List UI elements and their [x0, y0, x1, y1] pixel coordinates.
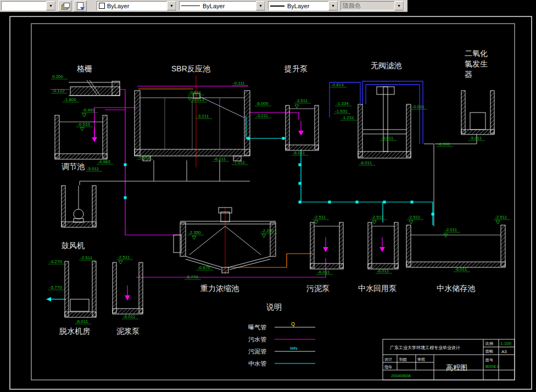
elevation-text: -0.533 — [77, 122, 90, 127]
lineweight-value: ByLayer — [287, 3, 327, 9]
lineweight-sample-icon — [270, 5, 284, 7]
titleblock-scale-value: 1:100 — [500, 341, 512, 346]
elevation-text: -6.000 — [438, 142, 450, 147]
pipe-fitting-icon — [328, 201, 331, 204]
legend: 说明 曝气管 Q 污水管 污泥管 WN 中水管 — [248, 303, 315, 367]
elevation-text: -2.511 — [80, 255, 93, 260]
chevron-down-icon: ▼ — [394, 1, 404, 10]
linetype-sample-icon — [181, 5, 200, 6]
elevation-text: -6.000 — [256, 101, 269, 106]
water-level-icon — [372, 221, 376, 224]
label-generator-1: 二氧化 — [465, 49, 488, 58]
label-storage: 中水储存池 — [437, 284, 476, 293]
chevron-down-icon[interactable]: ▼ — [46, 1, 55, 10]
elevation-text: -7.011 — [233, 160, 245, 165]
chevron-down-icon[interactable]: ▼ — [328, 1, 338, 10]
elevation-text: -2.350 — [188, 230, 201, 235]
titleblock-cell: 制图 — [399, 357, 407, 362]
sludge-pump-tank — [310, 222, 343, 269]
titleblock-project: 广东工业大学环境工程专业毕业设计 — [390, 345, 460, 350]
label-dewatering: 脱水机房 — [59, 327, 90, 335]
properties-toolbar: ▼ ByLayer ▼ ByLayer ▼ ByLayer ▼ 随颜色 ▼ — [0, 0, 407, 12]
label-grid: 格栅 — [77, 64, 92, 73]
elevation-text: -1.334 — [336, 101, 349, 106]
chevron-down-icon[interactable]: ▼ — [256, 1, 265, 10]
pipe-fitting-icon — [432, 213, 434, 216]
legend-item-label: 中水管 — [248, 360, 266, 367]
elevation-text: -2.511 — [118, 255, 130, 260]
legend-tag: WN — [290, 346, 298, 351]
plotstyle-dropdown: 随颜色 ▼ — [340, 1, 404, 10]
titleblock-cell: 指导 — [384, 365, 392, 369]
pipe-fitting-icon — [282, 137, 285, 140]
elevation-text: -2.011 — [445, 227, 457, 232]
layer-manager-button[interactable] — [58, 1, 71, 12]
label-reuse-pump: 中水回用泵 — [358, 284, 397, 293]
legend-item-label: 污泥管 — [248, 348, 266, 355]
elevation-text: -0.611 — [189, 90, 202, 95]
elevation-text: -1.800 — [64, 97, 76, 102]
elevation-text: -5.011 — [87, 166, 99, 171]
label-generator-2: 氯发生 — [465, 59, 488, 68]
elevation-text: -0.013 — [192, 97, 204, 102]
blower-structure — [62, 186, 96, 227]
water-level-icon — [314, 221, 318, 224]
color-swatch — [99, 3, 105, 9]
chevron-down-icon[interactable]: ▼ — [167, 1, 176, 10]
flow-arrow-icon — [46, 297, 51, 301]
layers-icon — [62, 3, 69, 9]
dewatering-room — [65, 261, 96, 317]
lineweight-dropdown[interactable]: ByLayer ▼ — [268, 1, 338, 10]
elevation-text: -5.770 — [49, 285, 62, 290]
elevation-text: -2.511 — [314, 215, 326, 220]
plotstyle-value: 随颜色 — [343, 2, 393, 10]
pipe-fitting-icon — [299, 182, 302, 185]
layer-previous-icon — [77, 2, 83, 10]
pipe-fitting-icon — [299, 164, 302, 166]
water-level-icon — [295, 105, 299, 108]
layer-control-dropdown[interactable]: ▼ — [1, 1, 56, 10]
legend-tag: Q — [291, 321, 295, 327]
color-dropdown[interactable]: ByLayer ▼ — [97, 1, 177, 10]
elevation-text: -6.011 — [293, 150, 305, 155]
pipe-fitting-icon — [299, 201, 302, 204]
label-lift: 提升泵 — [284, 64, 308, 73]
elevation-text: -6.011 — [123, 314, 136, 319]
elevation-text: -6.011 — [76, 319, 88, 324]
lift-pump-tank — [286, 105, 319, 150]
linetype-value: ByLayer — [203, 3, 255, 9]
water-level-icon — [262, 234, 266, 238]
elevation-text: -0.031 — [412, 104, 425, 109]
label-mud-pump: 泥浆泵 — [116, 327, 139, 335]
label-blower: 鼓风机 — [62, 241, 85, 250]
water-level-icon — [409, 221, 413, 224]
chlorine-generator — [461, 91, 494, 135]
equipment-labels: 格栅 SBR反应池 提升泵 无阀滤池 二氧化 氯发生 器 调节池 鼓风机 重力浓… — [59, 49, 488, 335]
elevation-text: -2.511 — [408, 215, 421, 220]
titleblock-number-value: B008.6 — [485, 364, 500, 369]
water-level-icon — [82, 114, 86, 117]
water-level-icon — [496, 221, 500, 224]
linetype-dropdown[interactable]: ByLayer ▼ — [179, 1, 266, 10]
titleblock-drawing-title: 高程图 — [446, 363, 467, 372]
elevation-text: -6.011 — [317, 270, 330, 275]
elevation-text: -3.511 — [295, 98, 308, 103]
legend-item-label: 污水管 — [248, 336, 266, 343]
gravity-thickener — [174, 208, 276, 273]
elevation-text: -3.211 — [197, 114, 209, 119]
elevation-text: -0.813 — [331, 82, 344, 87]
fitting-markers — [80, 97, 500, 264]
pipe-fitting-icon — [383, 201, 386, 204]
titleblock-number-label: 图号 — [485, 358, 493, 362]
layer-previous-button[interactable] — [74, 1, 87, 12]
pipe-fitting-icon — [247, 137, 250, 140]
elevation-text: -3.211 — [256, 113, 269, 118]
drawing-canvas[interactable]: 格栅 SBR反应池 提升泵 无阀滤池 二氧化 氯发生 器 调节池 鼓风机 重力浓… — [0, 0, 536, 392]
elevation-text: -5.011 — [470, 136, 482, 141]
elevation-text: -0.670 — [198, 265, 210, 270]
elevation-text: -4.270 — [49, 259, 62, 264]
titleblock-size-value: A3 — [501, 349, 507, 354]
label-regulating: 调节池 — [62, 162, 85, 171]
application-window: ▼ ByLayer ▼ ByLayer ▼ ByLayer ▼ 随颜色 ▼ — [0, 0, 536, 392]
elevation-text: -0.111 — [233, 81, 245, 86]
